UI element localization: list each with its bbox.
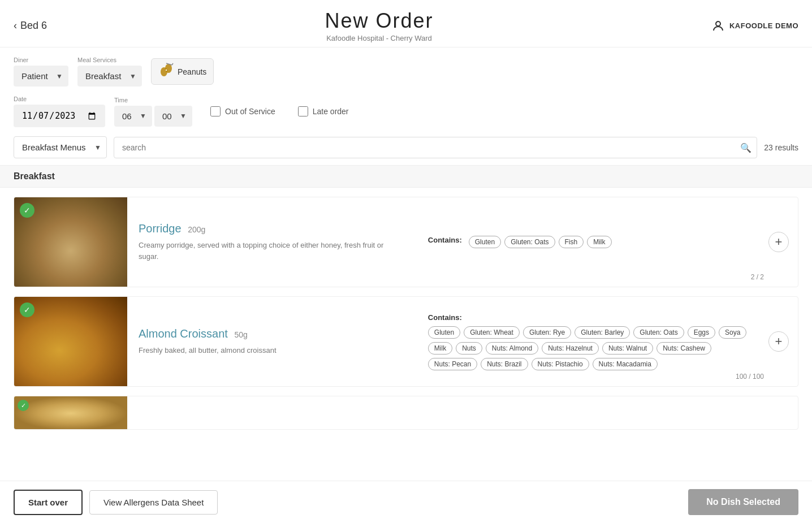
tag-soya: Soya: [719, 326, 746, 339]
porridge-contains-label: Contains:: [428, 236, 462, 244]
section-label: Breakfast: [14, 171, 55, 181]
peanut-icon: [158, 62, 174, 78]
croissant-add-button[interactable]: +: [768, 331, 789, 352]
allergen-label: Peanuts: [178, 67, 206, 76]
diner-select[interactable]: Patient Staff: [14, 66, 68, 87]
back-icon: ‹: [14, 20, 17, 32]
meal-services-select[interactable]: Breakfast Lunch Dinner: [77, 66, 142, 87]
section-header: Breakfast: [0, 165, 812, 188]
hour-select-wrap: 06 07 08 ▼: [114, 106, 152, 127]
date-field: Date: [14, 96, 105, 127]
controls-row-1: Diner Patient Staff ▼ Meal Services Brea…: [14, 57, 798, 87]
out-of-service-checkbox[interactable]: [210, 106, 221, 116]
tag-nuts-cashew: Nuts: Cashew: [656, 342, 711, 355]
allergen-icon: [158, 62, 174, 81]
menu-type-select-wrap: Breakfast Menus Lunch Menus Dinner Menus…: [14, 136, 107, 158]
tag-nuts-hazelnut: Nuts: Hazelnut: [542, 342, 599, 355]
croissant-count: 100 / 100: [736, 373, 764, 381]
porridge-weight: 200g: [188, 225, 205, 234]
search-input[interactable]: [114, 137, 757, 158]
search-input-wrap: 🔍: [114, 137, 757, 158]
porridge-allergens: Contains: Gluten Gluten: Oats Fish Milk: [417, 197, 759, 287]
svg-point-0: [716, 21, 720, 26]
late-order-checkbox[interactable]: [298, 106, 308, 116]
croissant-title: Almond Croissant 50g: [139, 327, 405, 340]
tag-nuts-macadamia: Nuts: Macadamia: [593, 358, 658, 370]
page-title: New Order: [325, 9, 433, 33]
controls-row-2: Date Time 06 07 08 ▼ 00 15: [14, 96, 798, 127]
meal-services-field: Meal Services Breakfast Lunch Dinner ▼: [77, 57, 142, 87]
out-of-service-label: Out of Service: [225, 107, 275, 116]
croissant-desc: Freshly baked, all butter, almond croiss…: [139, 345, 405, 356]
allergen-badge: Peanuts: [151, 58, 214, 85]
results-count: 23 results: [764, 143, 798, 152]
porridge-count: 2 / 2: [751, 273, 764, 281]
table-row: ✓: [14, 396, 798, 430]
table-row: ✓ Porridge 200g Creamy porridge, served …: [14, 197, 798, 287]
back-button[interactable]: ‹ Bed 6: [14, 20, 47, 32]
tag-nuts: Nuts: [456, 342, 482, 355]
footer: Start over View Allergens Data Sheet No …: [0, 481, 812, 484]
porridge-desc: Creamy porridge, served with a topping c…: [139, 240, 405, 262]
croissant-contains-row: Contains: Gluten Gluten: Wheat Gluten: R…: [428, 313, 748, 370]
minute-select-wrap: 00 15 30 45 ▼: [154, 106, 192, 127]
croissant-weight: 50g: [234, 330, 247, 339]
back-label: Bed 6: [20, 20, 47, 32]
user-icon: [711, 19, 725, 33]
croissant-contains-label: Contains:: [428, 313, 462, 322]
croissant-add: +: [759, 297, 798, 386]
porridge-details: Porridge 200g Creamy porridge, served wi…: [127, 197, 417, 287]
user-info: KAFOODLE DEMO: [711, 19, 798, 33]
page-subtitle: Kafoodle Hospital - Cherry Ward: [325, 34, 433, 42]
porridge-image: ✓: [14, 197, 127, 287]
menu-type-select[interactable]: Breakfast Menus Lunch Menus Dinner Menus: [14, 136, 107, 158]
menu-list: ✓ Porridge 200g Creamy porridge, served …: [0, 188, 812, 484]
porridge-add-button[interactable]: +: [768, 232, 789, 252]
porridge-allergen-tags: Gluten Gluten: Oats Fish Milk: [469, 236, 612, 248]
time-field: Time 06 07 08 ▼ 00 15 30 45: [114, 97, 192, 127]
tag-gluten: Gluten: [428, 326, 460, 339]
tag-gluten-rye: Gluten: Rye: [523, 326, 571, 339]
croissant-checked-badge: ✓: [20, 302, 34, 317]
late-order-group: Late order: [298, 106, 349, 116]
minute-select[interactable]: 00 15 30 45: [154, 106, 192, 127]
third-item-image: ✓: [14, 396, 127, 430]
menu-select-wrap: Breakfast Menus Lunch Menus Dinner Menus…: [14, 136, 107, 158]
header-center: New Order Kafoodle Hospital - Cherry War…: [325, 9, 433, 42]
header: ‹ Bed 6 New Order Kafoodle Hospital - Ch…: [0, 0, 812, 47]
tag-gluten-wheat: Gluten: Wheat: [464, 326, 520, 339]
table-row: ✓ Almond Croissant 50g Freshly baked, al…: [14, 296, 798, 387]
porridge-checked-badge: ✓: [20, 203, 34, 218]
croissant-image: ✓: [14, 297, 127, 386]
date-input[interactable]: [14, 105, 105, 127]
diner-field: Diner Patient Staff ▼: [14, 57, 68, 87]
date-label: Date: [14, 96, 105, 102]
late-order-label: Late order: [313, 107, 349, 116]
porridge-contains-row: Contains: Gluten Gluten: Oats Fish Milk: [428, 236, 748, 248]
controls-section: Diner Patient Staff ▼ Meal Services Brea…: [0, 47, 812, 127]
porridge-title: Porridge 200g: [139, 222, 405, 235]
tag-gluten-oats: Gluten: Oats: [633, 326, 684, 339]
meal-services-label: Meal Services: [77, 57, 142, 63]
checkbox-pair: Out of Service Late order: [201, 106, 349, 116]
time-group: 06 07 08 ▼ 00 15 30 45 ▼: [114, 106, 192, 127]
meal-services-select-wrap: Breakfast Lunch Dinner ▼: [77, 66, 142, 87]
tag-nuts-pistachio: Nuts: Pistachio: [532, 358, 589, 370]
hour-select[interactable]: 06 07 08: [114, 106, 152, 127]
tag-nuts-pecan: Nuts: Pecan: [428, 358, 477, 370]
tag-gluten-barley: Gluten: Barley: [575, 326, 630, 339]
tag-eggs: Eggs: [688, 326, 715, 339]
tag-nuts-almond: Nuts: Almond: [486, 342, 538, 355]
user-label: KAFOODLE DEMO: [729, 21, 798, 30]
tag-milk: Milk: [428, 342, 452, 355]
croissant-allergen-tags: Gluten Gluten: Wheat Gluten: Rye Gluten:…: [428, 326, 748, 370]
tag-gluten: Gluten: [469, 236, 501, 248]
time-label: Time: [114, 97, 192, 103]
tag-fish: Fish: [559, 236, 584, 248]
diner-select-wrap: Patient Staff ▼: [14, 66, 68, 87]
menu-list-inner: ✓ Porridge 200g Creamy porridge, served …: [0, 197, 812, 430]
tag-gluten-oats: Gluten: Oats: [504, 236, 555, 248]
search-icon: 🔍: [740, 142, 751, 153]
tag-nuts-walnut: Nuts: Walnut: [602, 342, 653, 355]
diner-label: Diner: [14, 57, 68, 63]
